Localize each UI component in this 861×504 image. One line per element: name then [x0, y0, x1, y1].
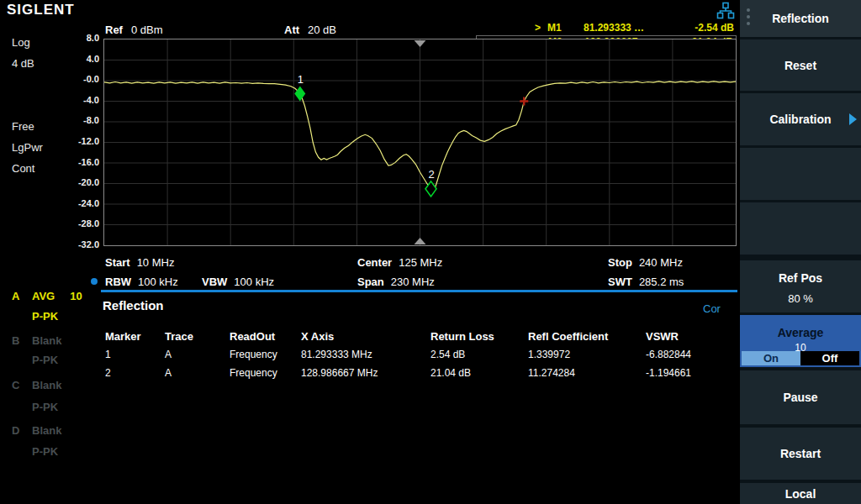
reflection-section-title: Reflection: [103, 298, 164, 312]
menu-title-reflection[interactable]: Reflection: [740, 0, 861, 37]
ref-pos-label: Ref Pos: [779, 271, 822, 285]
restart-button[interactable]: Restart: [740, 428, 861, 480]
svg-text:1: 1: [298, 73, 304, 86]
softkey-blank-1: [740, 148, 861, 200]
trace-d-detector: P-PK: [32, 445, 58, 458]
trace-display-grid[interactable]: 12: [103, 39, 737, 246]
reset-button[interactable]: Reset: [740, 39, 861, 91]
table-row-cell: A: [165, 367, 230, 386]
table-row-cell: -1.194661: [646, 367, 736, 386]
span-value: 230 MHz: [391, 276, 435, 288]
softkey-blank-2: [740, 202, 861, 255]
center-frequency-field[interactable]: Center125 MHz: [357, 256, 442, 269]
y-tick-label: -24.0: [50, 198, 99, 208]
col-readout: ReadOut: [230, 330, 301, 349]
trace-d-indicator[interactable]: DBlank: [12, 424, 61, 438]
marker1-frequency: 81.293333 …: [584, 22, 644, 34]
average-on-option[interactable]: On: [742, 351, 800, 365]
scale-type-readout: Log: [12, 36, 30, 49]
calibration-button[interactable]: Calibration: [740, 93, 861, 145]
trace-a-letter: A: [12, 290, 32, 302]
sweep-time-field[interactable]: SWT285.2 ms: [608, 276, 684, 288]
pause-button[interactable]: Pause: [740, 370, 861, 424]
stop-frequency-field[interactable]: Stop240 MHz: [608, 256, 683, 269]
table-row-cell: A: [165, 349, 230, 367]
table-row-cell: 1.339972: [528, 349, 646, 367]
trace-b-letter: B: [12, 334, 32, 347]
trace-a-detector: P-PK: [32, 310, 58, 323]
y-tick-label: -8.0: [50, 115, 99, 125]
marker1-amplitude: -2.54 dB: [695, 22, 734, 34]
trace-b-detector: P-PK: [32, 354, 58, 366]
att-label: Att: [284, 24, 299, 36]
center-value: 125 MHz: [399, 256, 442, 269]
local-label: Local: [785, 487, 816, 501]
trace-a-avg-count: 10: [70, 290, 82, 302]
att-value: 20 dB: [308, 24, 336, 36]
y-tick-label: -0.0: [50, 74, 99, 84]
marker1-name: M1: [547, 22, 562, 34]
table-row-cell: 1: [105, 349, 165, 367]
ref-level-field[interactable]: Ref0 dBm: [105, 24, 163, 36]
analyzer-screen: SIGLENT Log 4 dB Free LgPwr Cont Ref0 dB…: [0, 0, 861, 504]
y-tick-label: 4.0: [50, 54, 99, 64]
trace-plot: 12: [104, 39, 736, 245]
table-row-cell: Frequency: [230, 349, 301, 367]
col-refl-coefficient: Refl Coefficient: [528, 330, 646, 349]
trace-a-mode: AVG: [32, 290, 55, 302]
table-row-cell: -6.882844: [646, 349, 736, 367]
trace-d-letter: D: [12, 424, 32, 437]
calibration-label: Calibration: [769, 113, 831, 126]
section-divider-line: [101, 290, 737, 292]
stop-label: Stop: [608, 256, 632, 269]
trace-c-mode: Blank: [32, 379, 61, 391]
average-off-option[interactable]: Off: [800, 351, 859, 365]
siglent-logo: SIGLENT: [7, 2, 75, 18]
trace-b-indicator[interactable]: BBlank: [12, 334, 61, 348]
preamp-readout: LgPwr: [12, 141, 43, 154]
start-frequency-field[interactable]: Start10 MHz: [105, 256, 174, 269]
menu-title-label: Reflection: [772, 12, 829, 25]
y-tick-label: -16.0: [50, 157, 99, 167]
active-marker-arrow: >: [535, 22, 541, 34]
col-marker: Marker: [105, 330, 165, 349]
table-row-cell: 2.54 dB: [430, 349, 528, 367]
y-tick-label: -12.0: [50, 136, 99, 146]
trace-c-detector: P-PK: [32, 401, 58, 413]
trace-d-mode: Blank: [32, 424, 61, 437]
start-label: Start: [105, 256, 130, 269]
trace-a-indicator[interactable]: AAVG10: [12, 290, 82, 303]
col-x-axis: X Axis: [301, 330, 430, 349]
average-button[interactable]: Average 10 On Off: [740, 315, 861, 367]
ref-pos-button[interactable]: Ref Pos 80 %: [740, 260, 861, 312]
average-label: Average: [778, 326, 824, 339]
y-tick-label: 8.0: [50, 33, 99, 43]
softkey-menu: Reflection Reset Calibration Ref Pos 80 …: [740, 0, 861, 504]
center-label: Center: [357, 256, 392, 269]
vbw-field[interactable]: VBW100 kHz: [202, 276, 274, 288]
table-row-cell: 128.986667 MHz: [301, 367, 430, 386]
submenu-arrow-icon: [849, 113, 857, 125]
average-on-off-toggle: On Off: [742, 351, 859, 365]
col-vswr: VSWR: [646, 330, 736, 349]
y-tick-label: -28.0: [50, 218, 99, 228]
stop-value: 240 MHz: [639, 256, 683, 269]
trace-c-indicator[interactable]: CBlank: [12, 379, 61, 392]
ref-pos-value: 80 %: [788, 292, 813, 305]
y-tick-label: -4.0: [50, 95, 99, 105]
rbw-value: 100 kHz: [138, 276, 178, 288]
vbw-label: VBW: [202, 276, 227, 288]
span-field[interactable]: Span230 MHz: [357, 276, 435, 288]
menu-grip-dots: [747, 8, 750, 25]
table-row-cell: 21.04 dB: [430, 367, 528, 386]
y-tick-label: -32.0: [50, 239, 99, 249]
rbw-field[interactable]: RBW100 kHz: [105, 276, 178, 288]
local-button[interactable]: Local: [740, 483, 861, 504]
rbw-label: RBW: [105, 276, 131, 288]
ref-label: Ref: [105, 24, 123, 36]
attenuation-field[interactable]: Att20 dB: [284, 24, 336, 36]
col-return-loss: Return Loss: [430, 330, 528, 349]
start-value: 10 MHz: [137, 256, 175, 269]
table-row-cell: 2: [105, 367, 165, 386]
table-row-cell: Frequency: [230, 367, 301, 386]
